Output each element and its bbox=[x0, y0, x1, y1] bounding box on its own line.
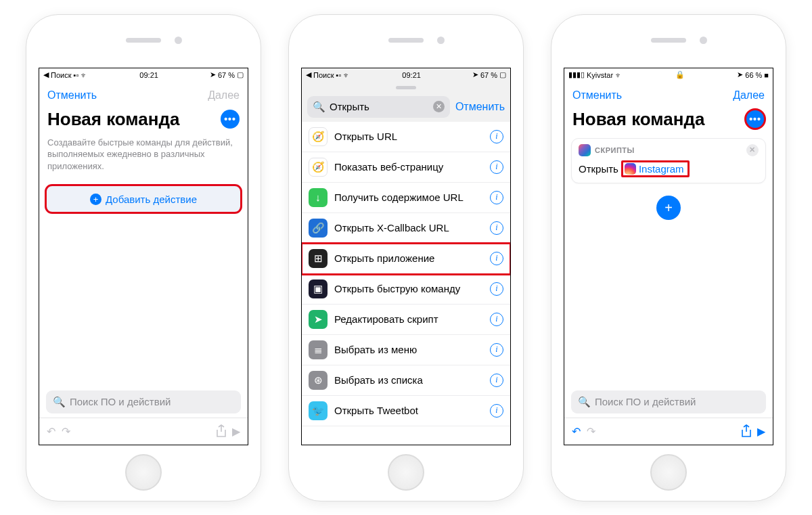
info-button[interactable]: i bbox=[490, 221, 503, 235]
action-app-icon: ⊞ bbox=[309, 249, 328, 268]
results-list: 🧭Открыть URLi🧭Показать веб-страницуi↓Пол… bbox=[302, 122, 510, 445]
home-button[interactable] bbox=[388, 454, 424, 491]
location-icon: ➤ bbox=[210, 70, 216, 79]
back-app-label[interactable]: Поиск bbox=[313, 71, 334, 79]
cancel-button[interactable]: Отменить bbox=[572, 89, 622, 102]
action-app-icon: ≣ bbox=[309, 340, 328, 359]
status-bar: ▮▮▮▯ Kyivstar ᯤ 🔒 ➤ 66 % ■ bbox=[564, 68, 773, 82]
redo-button: ↷ bbox=[58, 424, 73, 439]
search-input[interactable]: 🔍 Открыть ✕ bbox=[307, 96, 450, 118]
redo-button: ↷ bbox=[583, 424, 598, 439]
add-more-button[interactable]: + bbox=[656, 196, 681, 220]
action-card[interactable]: СКРИПТЫ ✕ Открыть Instagram bbox=[571, 138, 766, 183]
status-time: 09:21 bbox=[88, 71, 210, 79]
action-row[interactable]: 🧭Показать веб-страницуi bbox=[302, 152, 510, 183]
status-time: 09:21 bbox=[351, 71, 472, 79]
phone-frame-3: ▮▮▮▯ Kyivstar ᯤ 🔒 ➤ 66 % ■ Отменить Дале… bbox=[551, 14, 786, 501]
info-button[interactable]: i bbox=[490, 130, 503, 143]
run-button[interactable]: ▶ bbox=[754, 424, 769, 439]
more-button[interactable]: ••• bbox=[746, 110, 765, 129]
action-row[interactable]: ➤Редактировать скриптi bbox=[302, 305, 510, 335]
card-section-label: СКРИПТЫ bbox=[595, 146, 635, 154]
sheet-handle[interactable] bbox=[396, 86, 416, 89]
search-placeholder: Поиск ПО и действий bbox=[70, 396, 171, 407]
action-row-label: Открыть быструю команду bbox=[334, 283, 483, 294]
action-row-label: Получить содержимое URL bbox=[334, 192, 483, 203]
signal-icon: ▮▮▮▯ bbox=[568, 70, 585, 79]
battery-icon: ■ bbox=[764, 71, 769, 79]
page-title: Новая команда bbox=[47, 109, 179, 130]
action-row-label: Выбрать из списка bbox=[334, 374, 483, 386]
action-row-label: Открыть приложение bbox=[334, 252, 483, 264]
cancel-search-button[interactable]: Отменить bbox=[455, 101, 505, 113]
action-row[interactable]: ↓Получить содержимое URLi bbox=[302, 183, 510, 213]
action-row[interactable]: ≣Выбрать из менюi bbox=[302, 335, 510, 365]
next-button[interactable]: Далее bbox=[733, 89, 765, 102]
screen-1: ◀ Поиск ▪▫ ᯤ 09:21 ➤ 67 % ▢ Отменить Дал… bbox=[39, 68, 248, 445]
action-row-label: Выбрать из меню bbox=[334, 344, 483, 355]
action-app-icon: 🔗 bbox=[309, 219, 328, 238]
search-icon: 🔍 bbox=[578, 396, 591, 408]
add-action-button[interactable]: + Добавить действие bbox=[46, 185, 241, 212]
next-button: Далее bbox=[208, 89, 240, 102]
wifi-icon: ᯤ bbox=[615, 71, 623, 79]
search-value: Открыть bbox=[330, 101, 369, 112]
page-title: Новая команда bbox=[572, 109, 704, 130]
info-button[interactable]: i bbox=[490, 404, 503, 418]
action-app-icon: ➤ bbox=[309, 310, 328, 329]
undo-button[interactable]: ↶ bbox=[568, 424, 583, 439]
info-button[interactable]: i bbox=[490, 191, 503, 204]
search-input[interactable]: 🔍 Поиск ПО и действий bbox=[46, 390, 241, 413]
location-icon: ➤ bbox=[737, 70, 743, 79]
battery-pct: 67 % bbox=[480, 71, 497, 79]
search-icon: 🔍 bbox=[313, 101, 325, 113]
action-row[interactable]: 🔗Открыть X-Callback URLi bbox=[302, 213, 510, 244]
action-row-label: Открыть Tweetbot bbox=[334, 405, 483, 416]
search-row: 🔍 Открыть ✕ Отменить bbox=[302, 92, 510, 122]
action-row[interactable]: 🐦Открыть Tweetboti bbox=[302, 396, 510, 426]
action-app-icon: ⊛ bbox=[309, 371, 328, 390]
undo-button: ↶ bbox=[43, 424, 58, 439]
location-icon: ➤ bbox=[472, 70, 478, 79]
info-button[interactable]: i bbox=[490, 343, 503, 357]
info-button[interactable]: i bbox=[490, 160, 503, 174]
app-parameter[interactable]: Instagram bbox=[621, 160, 690, 177]
search-input[interactable]: 🔍 Поиск ПО и действий bbox=[571, 390, 766, 413]
page-subtitle: Создавайте быстрые команды для действий,… bbox=[39, 134, 248, 182]
bottom-toolbar: ↶ ↷ ▶ bbox=[564, 418, 773, 445]
action-verb: Открыть bbox=[579, 163, 618, 175]
info-button[interactable]: i bbox=[490, 282, 503, 296]
wifi-icon: ᯤ bbox=[343, 71, 351, 79]
info-button[interactable]: i bbox=[490, 374, 503, 387]
clear-search-button[interactable]: ✕ bbox=[433, 101, 445, 112]
action-row[interactable]: 🧭Открыть URLi bbox=[302, 122, 510, 152]
share-button[interactable] bbox=[739, 424, 754, 439]
info-button[interactable]: i bbox=[490, 252, 503, 265]
cancel-button[interactable]: Отменить bbox=[47, 89, 97, 102]
search-placeholder: Поиск ПО и действий bbox=[595, 396, 696, 407]
action-row-label: Открыть URL bbox=[334, 131, 483, 142]
status-bar: ◀ Поиск ▪▫ ᯤ 09:21 ➤ 67 % ▢ bbox=[39, 68, 248, 82]
action-app-icon: 🐦 bbox=[309, 401, 328, 420]
action-row[interactable]: ⊛Выбрать из спискаi bbox=[302, 365, 510, 396]
scripts-section-icon bbox=[579, 144, 591, 156]
back-app-label[interactable]: Поиск bbox=[51, 71, 71, 79]
signal-icon: ▪▫ bbox=[73, 71, 78, 79]
battery-icon: ▢ bbox=[499, 70, 506, 79]
add-action-label: Добавить действие bbox=[106, 194, 197, 205]
action-app-icon: ↓ bbox=[309, 188, 328, 207]
remove-action-button[interactable]: ✕ bbox=[746, 144, 759, 156]
action-row[interactable]: ⊞Открыть приложениеi bbox=[302, 244, 510, 274]
screen-3: ▮▮▮▯ Kyivstar ᯤ 🔒 ➤ 66 % ■ Отменить Дале… bbox=[564, 68, 773, 445]
more-button[interactable]: ••• bbox=[221, 110, 240, 129]
action-row[interactable]: ▣Открыть быструю командуi bbox=[302, 274, 510, 305]
home-button[interactable] bbox=[125, 454, 162, 491]
bottom-toolbar: ↶ ↷ ▶ bbox=[39, 418, 248, 445]
info-button[interactable]: i bbox=[490, 313, 503, 326]
app-parameter-label: Instagram bbox=[639, 163, 684, 175]
wifi-icon: ᯤ bbox=[81, 71, 88, 79]
action-app-icon: 🧭 bbox=[309, 158, 328, 177]
status-bar: ◀ Поиск ▪▫ ᯤ 09:21 ➤ 67 % ▢ bbox=[302, 68, 510, 82]
nav-bar: Отменить Далее bbox=[564, 82, 773, 109]
home-button[interactable] bbox=[650, 454, 687, 491]
